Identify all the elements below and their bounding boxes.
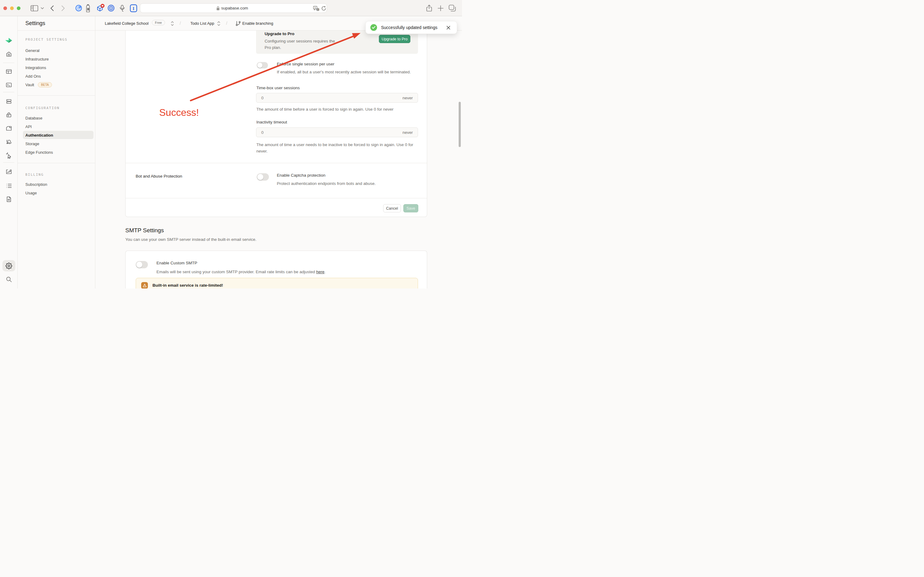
warning-triangle-icon <box>141 282 148 288</box>
svg-text:I: I <box>133 6 134 11</box>
project-select-chevrons-icon[interactable] <box>217 21 221 27</box>
smtp-title: SMTP Settings <box>125 227 164 234</box>
table-editor-icon[interactable] <box>0 68 18 75</box>
breadcrumb-separator-1: / <box>180 21 181 26</box>
storage-icon[interactable] <box>0 125 18 132</box>
spray-bottle-extension-icon[interactable] <box>86 4 90 12</box>
settings-sidenav: Settings PROJECT SETTINGS General Infras… <box>18 16 95 288</box>
timebox-help: The amount of time before a user is forc… <box>256 107 394 111</box>
upgrade-panel: Upgrade to Pro Configuring user sessions… <box>256 31 418 54</box>
inactivity-input[interactable]: 0 never <box>256 127 418 137</box>
sidebar-chevron-down-icon[interactable] <box>41 7 44 10</box>
smtp-subtitle: You can use your own SMTP server instead… <box>125 237 256 242</box>
inactivity-label: Inactivity timeout <box>256 120 287 124</box>
back-button[interactable] <box>50 5 54 11</box>
sidebar-item-subscription[interactable]: Subscription <box>25 182 47 187</box>
microphone-extension-icon[interactable] <box>119 4 126 12</box>
address-bar[interactable]: supabase.com A文 <box>140 3 327 13</box>
inactivity-suffix: never <box>402 130 413 135</box>
card-divider-1 <box>126 163 427 163</box>
timebox-input[interactable]: 0 never <box>256 93 418 103</box>
scrollbar-thumb[interactable] <box>459 102 461 147</box>
beta-badge: BETA <box>38 82 52 87</box>
sidenav-title: Settings <box>25 20 45 27</box>
upgrade-to-pro-button[interactable]: Upgrade to Pro <box>379 35 410 43</box>
single-session-toggle[interactable] <box>257 62 268 68</box>
plan-badge: Free <box>152 20 165 25</box>
timebox-label: Time-box user sessions <box>256 85 300 90</box>
search-icon[interactable] <box>0 276 18 283</box>
reports-icon[interactable] <box>0 168 18 175</box>
home-icon[interactable] <box>0 51 18 58</box>
sidebar-item-add-ons[interactable]: Add Ons <box>25 74 41 79</box>
toast-close-icon[interactable] <box>446 26 451 30</box>
upgrade-desc: Configuring user sessions requires the P… <box>265 38 343 51</box>
inactivity-value: 0 <box>261 130 264 135</box>
git-branch-icon <box>235 21 241 26</box>
sidebar-item-api[interactable]: API <box>25 124 32 129</box>
breadcrumb-project[interactable]: Todo List App <box>190 21 214 26</box>
inactivity-help: The amount of time a user needs to be in… <box>256 142 423 154</box>
org-select-chevrons-icon[interactable] <box>171 21 174 27</box>
captcha-toggle[interactable] <box>257 173 269 181</box>
captcha-label: Enable Captcha protection <box>277 173 325 177</box>
share-icon[interactable] <box>426 5 432 12</box>
close-window-button[interactable] <box>3 6 7 10</box>
save-button[interactable]: Save <box>403 204 418 213</box>
toast-success: Successfully updated settings <box>365 21 457 34</box>
card-divider-2 <box>126 198 427 198</box>
gear-icon[interactable] <box>0 263 18 269</box>
instapaper-extension-icon[interactable]: I <box>130 4 137 12</box>
sidebar-item-integrations[interactable]: Integrations <box>25 65 46 70</box>
sidebar-toggle-icon[interactable] <box>31 5 38 11</box>
sidebar-item-edge-functions[interactable]: Edge Functions <box>25 150 53 155</box>
sidebar-item-database[interactable]: Database <box>25 116 42 121</box>
minimize-window-button[interactable] <box>10 6 14 10</box>
cancel-button[interactable]: Cancel <box>383 204 401 213</box>
auth-icon[interactable] <box>0 111 18 118</box>
sidebar-item-vault[interactable]: Vault BETA <box>25 82 52 88</box>
logs-icon[interactable] <box>0 182 18 189</box>
check-circle-icon <box>370 24 377 31</box>
package-heart-extension-icon[interactable] <box>96 4 105 13</box>
svg-text:A: A <box>314 6 316 9</box>
icon-rail <box>0 16 18 288</box>
tab-overview-icon[interactable] <box>449 5 456 12</box>
edge-functions-icon[interactable] <box>0 139 18 145</box>
translate-icon[interactable]: A文 <box>313 6 319 11</box>
custom-smtp-desc: Emails will be sent using your custom SM… <box>156 269 326 274</box>
reload-icon[interactable] <box>321 5 326 11</box>
breadcrumb-org[interactable]: Lakefield College School <box>105 21 148 26</box>
enable-branching-button[interactable]: Enable branching <box>242 21 273 26</box>
sql-editor-icon[interactable] <box>0 82 18 88</box>
upgrade-title: Upgrade to Pro <box>265 31 295 36</box>
browser-toolbar: I supabase.com A文 <box>0 0 462 16</box>
custom-smtp-toggle[interactable] <box>136 261 148 268</box>
docs-icon[interactable] <box>0 196 18 203</box>
database-icon[interactable] <box>0 98 18 105</box>
new-tab-icon[interactable] <box>438 5 444 11</box>
svg-text:文: 文 <box>317 8 319 11</box>
sidebar-item-infrastructure[interactable]: Infrastructure <box>25 57 49 61</box>
breadcrumb-separator-2: / <box>226 21 227 26</box>
supabase-logo[interactable] <box>0 37 18 44</box>
onepassword-extension-icon[interactable] <box>108 5 114 11</box>
section-header-billing: BILLING <box>25 172 44 177</box>
clock-pause-extension-icon[interactable] <box>75 5 82 11</box>
single-session-label: Enforce single session per user <box>277 62 334 66</box>
warning-title: Built-in email service is rate-limited! <box>153 283 223 288</box>
smtp-card: Enable Custom SMTP Emails will be sent u… <box>125 251 427 288</box>
sidebar-item-usage[interactable]: Usage <box>25 191 37 195</box>
sidebar-item-storage[interactable]: Storage <box>25 142 39 146</box>
rate-limits-link[interactable]: here <box>316 269 325 274</box>
forward-button[interactable] <box>61 5 65 11</box>
custom-smtp-label: Enable Custom SMTP <box>156 261 197 265</box>
advisors-icon[interactable] <box>0 152 18 159</box>
zoom-window-button[interactable] <box>17 6 21 10</box>
toast-message: Successfully updated settings <box>381 25 437 30</box>
annotation-success-text: Success! <box>159 107 199 118</box>
section-header-configuration: CONFIGURATION <box>25 106 60 110</box>
sidebar-item-general[interactable]: General <box>25 48 39 53</box>
url-text: supabase.com <box>221 6 248 10</box>
lock-icon <box>216 6 220 10</box>
